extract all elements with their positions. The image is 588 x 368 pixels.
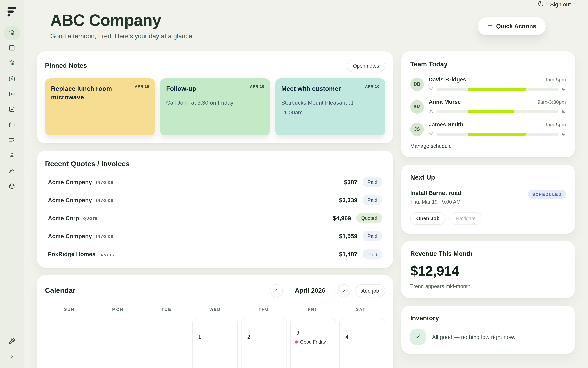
main-content: Sign out ABC Company Good afternoon, Fre… <box>24 0 588 368</box>
wrench-icon <box>8 338 15 346</box>
logo-bar <box>8 7 16 9</box>
team-member-row: AM Anna Morse 9am-3:30pm <box>410 99 566 115</box>
sidebar-item-timesheets[interactable] <box>4 133 20 149</box>
invoice-row[interactable]: FoxRidge Homes INVOICE $1,487 Paid <box>45 245 385 263</box>
sidebar-collapse[interactable] <box>4 350 20 365</box>
sidebar-item-files[interactable] <box>4 102 20 118</box>
sun-icon <box>429 108 433 115</box>
calendar-empty-cell <box>94 318 140 368</box>
invoice-amount: $3,339 <box>339 197 358 204</box>
sticky-note[interactable]: Follow-up APR 10 Call John at 3:30 on Fr… <box>160 78 270 135</box>
quick-actions-button[interactable]: Quick Actions <box>478 17 546 35</box>
revenue-title: Revenue This Month <box>410 250 566 258</box>
revenue-caption: Trend appears mid-month. <box>410 283 566 289</box>
moon-small-icon <box>561 108 566 115</box>
sidebar-item-calendar[interactable] <box>4 118 20 133</box>
sun-icon <box>429 86 433 93</box>
invoice-row[interactable]: Acme Company INVOICE $1,559 Paid <box>45 227 385 245</box>
calendar-day-cell[interactable]: 3 Good Friday <box>290 318 336 368</box>
image-file-icon <box>8 106 15 114</box>
sidebar-item-inventory[interactable] <box>4 179 20 195</box>
calendar-card: Calendar April 2026 Add job <box>37 276 393 368</box>
sign-out-link[interactable]: Sign out <box>550 1 571 7</box>
day-header: SAT <box>337 307 385 312</box>
sidebar-item-team[interactable] <box>4 164 20 179</box>
invoice-list: Acme Company INVOICE $387 Paid Acme Comp… <box>45 173 385 263</box>
sidebar-item-invoices[interactable]: $ <box>4 87 20 102</box>
sidebar-item-settings[interactable] <box>4 334 20 350</box>
sidebar-item-bank[interactable] <box>4 56 20 72</box>
calendar-empty-cell <box>45 318 91 368</box>
shift-bar <box>437 110 558 113</box>
moon-icon <box>538 0 544 8</box>
briefcase-dollar-icon: $ <box>8 75 15 83</box>
member-hours: 9am-5pm <box>544 122 566 128</box>
plus-icon <box>487 23 493 30</box>
dark-mode-toggle[interactable] <box>537 0 545 8</box>
note-date: APR 10 <box>135 84 149 89</box>
note-icon <box>8 44 15 53</box>
navigate-button[interactable]: Navigate <box>450 212 482 225</box>
logo-dot <box>8 14 10 16</box>
note-body: Starbucks Mount Pleasant at 11:00am <box>281 98 369 117</box>
pinned-notes-title: Pinned Notes <box>45 62 87 70</box>
moon-small-icon <box>561 131 566 138</box>
member-hours: 9am-5pm <box>544 77 566 83</box>
sun-icon <box>429 131 433 138</box>
shift-bar-fill <box>468 133 526 136</box>
calendar-day-cell[interactable]: 1 <box>192 318 238 368</box>
calendar-month-label: April 2026 <box>295 287 325 294</box>
calendar-nav: April 2026 Add job <box>270 285 385 297</box>
day-header: MON <box>94 307 142 312</box>
sidebar-item-jobs[interactable]: $ <box>4 72 20 87</box>
calendar-prev-button[interactable] <box>270 285 283 297</box>
page-title: ABC Company <box>50 12 194 29</box>
svg-text:$: $ <box>11 78 13 81</box>
status-badge: Paid <box>363 177 382 187</box>
invoice-type-label: INVOICE <box>100 253 117 257</box>
chevron-right-icon <box>341 287 346 294</box>
next-job-row: Install Barnet road Thu, Mar 19 · 9:00 A… <box>410 190 566 205</box>
manage-schedule-link[interactable]: Manage schedule <box>410 143 566 149</box>
job-title: Install Barnet road <box>410 190 461 197</box>
invoice-type-label: INVOICE <box>96 180 114 184</box>
invoice-customer: Acme Corp <box>48 215 79 221</box>
sticky-note[interactable]: Meet with customer APR 10 Starbucks Moun… <box>275 78 385 135</box>
note-date: APR 10 <box>250 84 264 89</box>
calendar-day-cell[interactable]: 2 <box>241 318 287 368</box>
status-badge: Paid <box>363 249 382 259</box>
invoice-amount: $4,969 <box>333 215 351 221</box>
note-title: Follow-up <box>166 85 247 93</box>
invoice-row[interactable]: Acme Company INVOICE $3,339 Paid <box>45 191 385 209</box>
team-member-row: DB Davis Bridges 9am-5pm <box>410 76 566 93</box>
next-up-title: Next Up <box>410 174 566 181</box>
open-job-button[interactable]: Open Job <box>410 212 446 225</box>
open-notes-button[interactable]: Open notes <box>347 60 385 72</box>
sidebar-item-customers[interactable] <box>4 149 20 164</box>
add-job-button[interactable]: Add job <box>355 285 385 297</box>
invoice-row[interactable]: Acme Company INVOICE $387 Paid <box>45 173 385 191</box>
inventory-message: All good — nothing low right now. <box>432 334 515 340</box>
scheduled-badge: SCHEDULED <box>528 190 566 199</box>
card-dollar-icon: $ <box>8 90 15 99</box>
sticky-note[interactable]: Replace lunch room microwave APR 10 <box>45 78 155 135</box>
calendar-empty-cell <box>143 318 189 368</box>
avatar: AM <box>410 100 424 114</box>
day-header: THU <box>239 307 288 312</box>
quick-actions-label: Quick Actions <box>496 23 536 30</box>
sidebar-item-home[interactable] <box>4 26 20 40</box>
invoice-row[interactable]: Acme Corp QUOTE $4,969 Quoted <box>45 209 385 227</box>
note-date: APR 10 <box>365 84 379 89</box>
app-logo[interactable] <box>8 7 16 17</box>
inventory-title: Inventory <box>410 315 566 322</box>
day-header: FRI <box>288 307 337 312</box>
calendar-day-cell[interactable]: 4 <box>340 318 385 368</box>
team-today-card: Team Today DB Davis Bridges 9am-5pm <box>401 51 575 157</box>
right-column: Team Today DB Davis Bridges 9am-5pm <box>401 51 575 354</box>
invoice-customer: Acme Company <box>48 179 92 186</box>
sidebar-item-notes[interactable] <box>4 41 20 56</box>
member-name: Davis Bridges <box>429 76 466 83</box>
calendar-header: Calendar April 2026 Add job <box>45 285 385 297</box>
chevron-right-icon <box>8 353 15 361</box>
calendar-next-button[interactable] <box>337 285 350 297</box>
